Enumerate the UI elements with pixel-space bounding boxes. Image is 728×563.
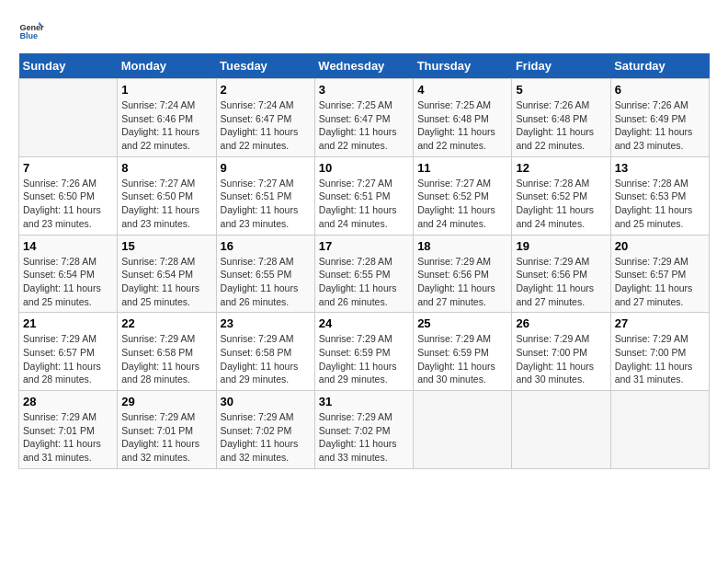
calendar-cell: 2Sunrise: 7:24 AMSunset: 6:47 PMDaylight…	[216, 79, 314, 157]
calendar-cell: 29Sunrise: 7:29 AMSunset: 7:01 PMDayligh…	[118, 391, 216, 469]
week-row-2: 14Sunrise: 7:28 AMSunset: 6:54 PMDayligh…	[19, 235, 710, 313]
calendar-cell: 15Sunrise: 7:28 AMSunset: 6:54 PMDayligh…	[118, 235, 216, 313]
calendar-cell: 7Sunrise: 7:26 AMSunset: 6:50 PMDaylight…	[19, 156, 118, 235]
calendar-cell: 21Sunrise: 7:29 AMSunset: 6:57 PMDayligh…	[19, 313, 118, 391]
calendar-cell: 20Sunrise: 7:29 AMSunset: 6:57 PMDayligh…	[610, 235, 709, 313]
calendar-cell: 19Sunrise: 7:29 AMSunset: 6:56 PMDayligh…	[512, 235, 610, 313]
day-number: 15	[121, 239, 211, 253]
calendar-cell: 10Sunrise: 7:27 AMSunset: 6:51 PMDayligh…	[314, 156, 413, 235]
calendar-cell: 23Sunrise: 7:29 AMSunset: 6:58 PMDayligh…	[216, 313, 314, 391]
calendar-cell: 3Sunrise: 7:25 AMSunset: 6:47 PMDaylight…	[314, 79, 413, 157]
logo-icon: General Blue	[18, 18, 44, 44]
day-info: Sunrise: 7:25 AMSunset: 6:47 PMDaylight:…	[319, 98, 409, 153]
calendar-cell: 17Sunrise: 7:28 AMSunset: 6:55 PMDayligh…	[314, 235, 413, 313]
calendar-cell: 4Sunrise: 7:25 AMSunset: 6:48 PMDaylight…	[414, 79, 512, 157]
calendar-cell: 18Sunrise: 7:29 AMSunset: 6:56 PMDayligh…	[414, 235, 512, 313]
day-number: 23	[221, 316, 311, 330]
header-day-tuesday: Tuesday	[216, 53, 314, 79]
day-info: Sunrise: 7:27 AMSunset: 6:51 PMDaylight:…	[319, 177, 409, 231]
week-row-4: 28Sunrise: 7:29 AMSunset: 7:01 PMDayligh…	[19, 391, 710, 469]
calendar-cell	[512, 391, 610, 469]
calendar-cell: 1Sunrise: 7:24 AMSunset: 6:46 PMDaylight…	[118, 79, 216, 157]
calendar-table: SundayMondayTuesdayWednesdayThursdayFrid…	[18, 53, 710, 469]
day-number: 22	[121, 316, 211, 330]
day-info: Sunrise: 7:29 AMSunset: 7:00 PMDaylight:…	[516, 332, 606, 386]
logo: General Blue	[18, 18, 44, 44]
day-info: Sunrise: 7:29 AMSunset: 7:00 PMDaylight:…	[615, 332, 705, 386]
day-number: 11	[417, 161, 507, 175]
day-info: Sunrise: 7:29 AMSunset: 6:56 PMDaylight:…	[417, 255, 507, 309]
day-info: Sunrise: 7:29 AMSunset: 6:58 PMDaylight:…	[221, 332, 311, 386]
day-info: Sunrise: 7:29 AMSunset: 6:56 PMDaylight:…	[516, 255, 606, 309]
day-info: Sunrise: 7:29 AMSunset: 7:01 PMDaylight:…	[23, 410, 113, 465]
calendar-cell: 11Sunrise: 7:27 AMSunset: 6:52 PMDayligh…	[414, 156, 512, 235]
day-number: 29	[121, 395, 211, 408]
calendar-cell: 12Sunrise: 7:28 AMSunset: 6:52 PMDayligh…	[512, 156, 610, 235]
day-info: Sunrise: 7:29 AMSunset: 6:59 PMDaylight:…	[417, 332, 507, 386]
day-number: 6	[615, 83, 705, 97]
svg-text:Blue: Blue	[19, 31, 38, 40]
day-number: 9	[221, 161, 311, 175]
day-number: 18	[417, 239, 507, 253]
day-number: 20	[615, 239, 705, 253]
calendar-cell: 9Sunrise: 7:27 AMSunset: 6:51 PMDaylight…	[216, 156, 314, 235]
header-row: SundayMondayTuesdayWednesdayThursdayFrid…	[19, 53, 710, 79]
day-number: 14	[23, 239, 113, 253]
calendar-cell: 8Sunrise: 7:27 AMSunset: 6:50 PMDaylight…	[118, 156, 216, 235]
day-number: 3	[319, 83, 409, 97]
calendar-cell: 31Sunrise: 7:29 AMSunset: 7:02 PMDayligh…	[314, 391, 413, 469]
day-number: 26	[516, 316, 606, 330]
day-info: Sunrise: 7:24 AMSunset: 6:46 PMDaylight:…	[121, 98, 211, 153]
day-number: 30	[221, 395, 311, 408]
calendar-body: 1Sunrise: 7:24 AMSunset: 6:46 PMDaylight…	[19, 79, 710, 469]
header-day-wednesday: Wednesday	[314, 53, 413, 79]
day-number: 5	[516, 83, 606, 97]
calendar-cell: 13Sunrise: 7:28 AMSunset: 6:53 PMDayligh…	[610, 156, 709, 235]
day-number: 10	[319, 161, 409, 175]
day-info: Sunrise: 7:28 AMSunset: 6:55 PMDaylight:…	[319, 255, 409, 309]
day-number: 16	[221, 239, 311, 253]
day-info: Sunrise: 7:28 AMSunset: 6:54 PMDaylight:…	[23, 255, 113, 309]
calendar-cell: 27Sunrise: 7:29 AMSunset: 7:00 PMDayligh…	[610, 313, 709, 391]
day-number: 7	[23, 161, 113, 175]
day-info: Sunrise: 7:25 AMSunset: 6:48 PMDaylight:…	[417, 98, 507, 153]
day-number: 24	[319, 316, 409, 330]
header-day-thursday: Thursday	[414, 53, 512, 79]
header-day-friday: Friday	[512, 53, 610, 79]
calendar-cell: 26Sunrise: 7:29 AMSunset: 7:00 PMDayligh…	[512, 313, 610, 391]
day-info: Sunrise: 7:27 AMSunset: 6:52 PMDaylight:…	[417, 177, 507, 231]
day-info: Sunrise: 7:26 AMSunset: 6:50 PMDaylight:…	[23, 177, 113, 231]
calendar-cell: 30Sunrise: 7:29 AMSunset: 7:02 PMDayligh…	[216, 391, 314, 469]
header-day-sunday: Sunday	[19, 53, 118, 79]
calendar-cell: 6Sunrise: 7:26 AMSunset: 6:49 PMDaylight…	[610, 79, 709, 157]
header: General Blue	[18, 18, 710, 44]
day-info: Sunrise: 7:24 AMSunset: 6:47 PMDaylight:…	[221, 98, 311, 153]
calendar-cell: 28Sunrise: 7:29 AMSunset: 7:01 PMDayligh…	[19, 391, 118, 469]
day-info: Sunrise: 7:29 AMSunset: 6:57 PMDaylight:…	[23, 332, 113, 386]
day-info: Sunrise: 7:29 AMSunset: 7:01 PMDaylight:…	[121, 410, 211, 465]
day-number: 8	[121, 161, 211, 175]
calendar-cell: 25Sunrise: 7:29 AMSunset: 6:59 PMDayligh…	[414, 313, 512, 391]
day-number: 28	[23, 395, 113, 408]
day-number: 19	[516, 239, 606, 253]
day-info: Sunrise: 7:29 AMSunset: 7:02 PMDaylight:…	[319, 410, 409, 465]
day-number: 21	[23, 316, 113, 330]
calendar-cell	[19, 79, 118, 157]
day-info: Sunrise: 7:27 AMSunset: 6:51 PMDaylight:…	[221, 177, 311, 231]
calendar-cell: 22Sunrise: 7:29 AMSunset: 6:58 PMDayligh…	[118, 313, 216, 391]
day-info: Sunrise: 7:27 AMSunset: 6:50 PMDaylight:…	[121, 177, 211, 231]
day-info: Sunrise: 7:28 AMSunset: 6:52 PMDaylight:…	[516, 177, 606, 231]
calendar-cell: 5Sunrise: 7:26 AMSunset: 6:48 PMDaylight…	[512, 79, 610, 157]
day-info: Sunrise: 7:28 AMSunset: 6:55 PMDaylight:…	[221, 255, 311, 309]
calendar-cell	[414, 391, 512, 469]
day-number: 17	[319, 239, 409, 253]
day-info: Sunrise: 7:28 AMSunset: 6:54 PMDaylight:…	[121, 255, 211, 309]
day-number: 25	[417, 316, 507, 330]
day-info: Sunrise: 7:28 AMSunset: 6:53 PMDaylight:…	[615, 177, 705, 231]
calendar-cell: 14Sunrise: 7:28 AMSunset: 6:54 PMDayligh…	[19, 235, 118, 313]
calendar-header: SundayMondayTuesdayWednesdayThursdayFrid…	[19, 53, 710, 79]
calendar-cell	[610, 391, 709, 469]
day-info: Sunrise: 7:29 AMSunset: 6:59 PMDaylight:…	[319, 332, 409, 386]
day-info: Sunrise: 7:29 AMSunset: 6:58 PMDaylight:…	[121, 332, 211, 386]
day-info: Sunrise: 7:29 AMSunset: 6:57 PMDaylight:…	[615, 255, 705, 309]
